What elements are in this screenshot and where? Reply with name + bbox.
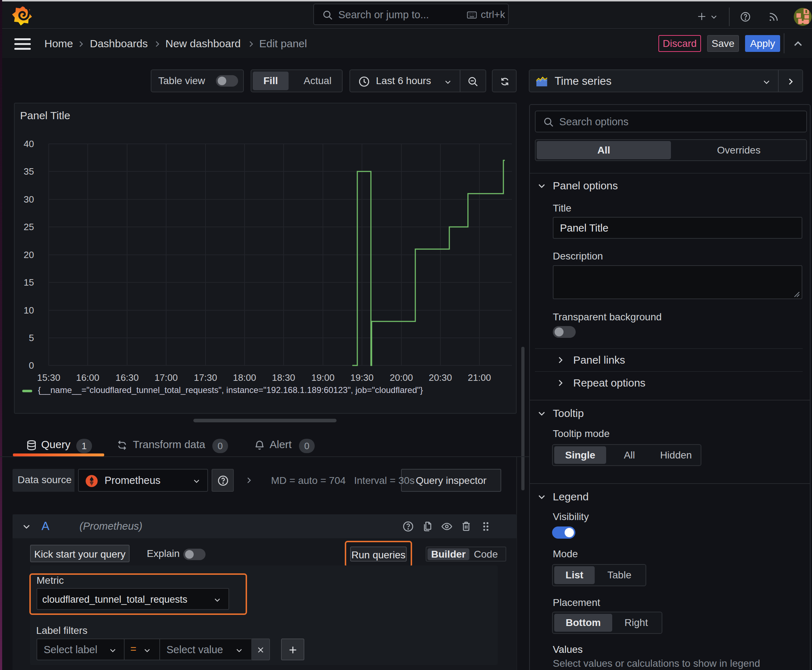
svg-text:25: 25 — [24, 222, 34, 232]
svg-text:18:30: 18:30 — [272, 372, 295, 383]
svg-text:18:00: 18:00 — [233, 372, 256, 383]
svg-text:19:00: 19:00 — [311, 372, 334, 383]
svg-text:16:00: 16:00 — [76, 372, 99, 383]
svg-text:35: 35 — [24, 166, 34, 177]
svg-text:0: 0 — [29, 360, 34, 371]
svg-text:20:30: 20:30 — [429, 372, 452, 383]
svg-text:20:00: 20:00 — [390, 372, 413, 383]
svg-text:16:30: 16:30 — [115, 372, 139, 383]
svg-text:5: 5 — [29, 333, 34, 343]
svg-text:19:30: 19:30 — [350, 372, 373, 383]
svg-text:40: 40 — [24, 139, 34, 149]
svg-text:15:30: 15:30 — [37, 372, 60, 383]
svg-text:17:30: 17:30 — [194, 372, 217, 383]
svg-text:21:00: 21:00 — [468, 372, 491, 383]
svg-text:{__name__="cloudflared_tunnel_: {__name__="cloudflared_tunnel_total_requ… — [38, 385, 423, 395]
svg-text:10: 10 — [24, 305, 34, 316]
svg-text:30: 30 — [24, 194, 34, 205]
svg-text:15: 15 — [24, 277, 34, 288]
svg-text:17:00: 17:00 — [154, 372, 178, 383]
svg-text:20: 20 — [24, 249, 34, 260]
